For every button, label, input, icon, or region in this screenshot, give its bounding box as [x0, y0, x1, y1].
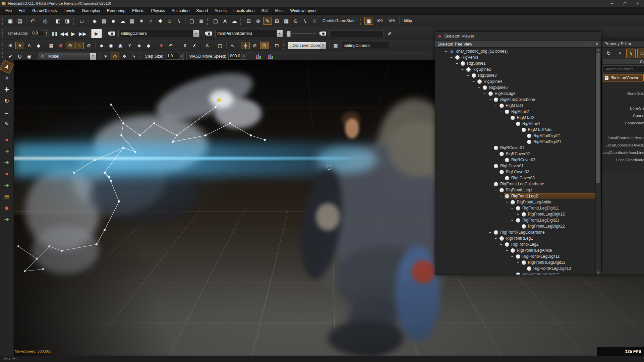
menu-animation[interactable]: Animation [168, 7, 193, 14]
screenshot-export-icon[interactable]: ➔ [1, 145, 12, 156]
bone-row-body[interactable]: RigFrontLLegDigit21 [515, 217, 596, 223]
scroll-down-arrow[interactable]: ▼ [596, 270, 601, 275]
scroll-up-arrow[interactable]: ▲ [596, 48, 601, 52]
tree-toggle-icon[interactable]: − [493, 188, 499, 192]
tree-row[interactable]: −RigMTail4 [435, 121, 596, 127]
collapse-icon[interactable]: − [605, 76, 608, 80]
tree-row[interactable]: −RigFrontLLegAnkle [435, 199, 596, 205]
tree-toggle-icon[interactable]: − [499, 194, 504, 198]
cube-icon[interactable]: ◇ [111, 53, 119, 60]
save-all-icon[interactable]: ▤ [15, 17, 24, 25]
bone-row-body[interactable]: RigMTailCollarbone [493, 97, 596, 103]
screenshot-export-3-icon[interactable]: ➔ [1, 180, 12, 190]
property-row-bonecolo[interactable]: BoneColo [602, 90, 644, 97]
lightning-icon[interactable]: ϟ [129, 53, 138, 60]
graph-icon[interactable]: ∿ [228, 42, 237, 49]
property-row-connection[interactable]: Connection [602, 119, 644, 127]
camera-capture-field[interactable] [330, 30, 384, 37]
bone-row-body[interactable]: RigFrontRLegDigit21 [515, 272, 596, 275]
touch-pen-icon[interactable]: ✐ [386, 29, 394, 38]
undo-icon[interactable]: ↶ [166, 42, 175, 49]
menu-gameplay[interactable]: Gameplay [78, 7, 104, 14]
tree-row[interactable]: −RigMTail2 [435, 109, 596, 115]
bone-row-body[interactable]: RigMTail2 [504, 109, 596, 115]
menu-windowlayout[interactable]: WindowLayout [287, 7, 320, 14]
tree-toggle-icon[interactable]: − [465, 73, 471, 77]
menu-rendering[interactable]: Rendering [104, 7, 129, 14]
tree-toggle-icon[interactable]: − [487, 182, 493, 186]
bone-row-body[interactable]: RigLCover03 [504, 175, 596, 181]
bone-row-body[interactable]: RigLCover01 [493, 163, 596, 169]
menu-physics[interactable]: Physics [148, 7, 168, 14]
scale-tool-icon[interactable]: ↔ [1, 107, 12, 118]
globe-icon[interactable]: ⊕ [66, 42, 74, 49]
tree-toggle-icon[interactable]: − [510, 273, 515, 275]
tree-toggle-icon[interactable]: − [493, 170, 499, 174]
play-button[interactable]: ▶ [69, 29, 78, 38]
tree-toggle-icon[interactable]: − [504, 116, 510, 120]
resolution-1080p-icon[interactable]: 1080p [401, 17, 413, 25]
tree-row[interactable]: −☻char_robotic_dog (62 bones) [435, 48, 596, 54]
skeletonviewer-component-header[interactable]: − SkeletonViewer [603, 74, 644, 81]
minimize-button[interactable]: ─ [606, 0, 619, 7]
tree-toggle-icon[interactable]: − [515, 128, 521, 132]
tree-row[interactable]: −RigFrontLLeg1 [435, 187, 596, 193]
property-row-bonesiz[interactable]: BoneSiz [602, 105, 644, 112]
lightbulb-icon[interactable]: ✶ [101, 53, 110, 60]
lod-override-select[interactable]: LOD Level Override ▼ [288, 42, 326, 49]
magic-wand-icon[interactable]: ✧ [1, 73, 12, 83]
pause-button[interactable]: ❚❚ [50, 29, 59, 38]
rotate-tool-icon[interactable]: ↻ [1, 96, 12, 106]
viewport-frame-icon[interactable]: ▣ [364, 17, 373, 25]
bone-row-body[interactable]: RigLCover02 [499, 169, 596, 175]
light-icon[interactable]: ✶ [137, 17, 146, 25]
tree-toggle-icon[interactable]: − [499, 110, 504, 114]
dialog-icon[interactable]: ⊟ [244, 17, 253, 25]
warning-icon[interactable]: ‼ [310, 17, 319, 25]
camera-blend-slider[interactable] [286, 31, 316, 37]
tree-toggle-icon[interactable]: − [449, 55, 454, 59]
tree-row[interactable]: −RigFrontLLegDigit21 [435, 217, 596, 223]
window-2-icon[interactable]: ▢ [211, 17, 220, 25]
property-row-localcoordinateaxesline[interactable]: LocalCoordinateAxesLine [602, 149, 644, 156]
editing-camera-select[interactable]: editingCamera ▼ [118, 30, 199, 37]
import-layout-icon[interactable]: ◨ [63, 17, 72, 25]
maximize-button[interactable]: ▢ [619, 0, 631, 7]
property-search-input[interactable] [602, 65, 644, 72]
tree-toggle-icon[interactable]: − [487, 146, 493, 150]
tree-toggle-icon[interactable]: − [471, 79, 476, 83]
tree-row[interactable]: −RigFrontRLegDigit21 [435, 272, 596, 275]
tree-toggle-icon[interactable]: + [515, 212, 521, 216]
step-size-input[interactable]: 1.0 ▲▼ [166, 53, 184, 60]
tree-row[interactable]: −RigRibcage [435, 90, 596, 97]
character-icon[interactable]: ☻ [109, 17, 118, 25]
package-icon[interactable]: ◆ [34, 42, 43, 49]
image-icon[interactable]: ▦ [47, 42, 56, 49]
grid-icon[interactable]: ⊞ [273, 17, 281, 25]
tree-toggle-icon[interactable]: − [487, 230, 493, 234]
property-row-localcoordinate[interactable]: LocalCoordinate [602, 156, 644, 164]
play-mode-button[interactable]: ▶ [91, 29, 102, 38]
tree-toggle-icon[interactable]: − [454, 61, 460, 65]
lightning-2-icon[interactable]: ϟ [301, 17, 309, 25]
bone-row-body[interactable]: RigFrontLLegDigit12 [521, 211, 596, 217]
tree-toggle-icon[interactable]: − [493, 152, 499, 156]
menu-gameobjects[interactable]: GameObjects [29, 7, 60, 14]
character-icon[interactable]: ☻ [97, 42, 106, 49]
cloud-icon[interactable]: ☁ [230, 17, 239, 25]
tree-row[interactable]: −RigFrontRLegAnkle [435, 247, 596, 253]
tree-scrollbar[interactable]: ▲ ▼ [595, 48, 601, 275]
bone-row-body[interactable]: RigFrontRLegDigit11 [515, 253, 596, 259]
tree-row[interactable]: −RigFrontRLegCollarbone [435, 229, 596, 235]
package-2-icon[interactable]: ◆ [144, 42, 153, 49]
bone-row-body[interactable]: RigMTail3 [510, 115, 596, 121]
tree-row[interactable]: −RigSpine1 [435, 60, 596, 66]
undo-icon[interactable]: ↶ [28, 17, 37, 25]
tree-toggle-icon[interactable]: − [487, 164, 493, 168]
character-2-icon[interactable]: ☻ [135, 42, 143, 49]
tree-row[interactable]: −RigFrontLLegDigit11 [435, 205, 596, 211]
tree-toggle-icon[interactable]: − [493, 104, 499, 108]
property-row-conne[interactable]: Conne [602, 112, 644, 119]
layers-icon[interactable]: ≣ [197, 17, 206, 25]
menu-levels[interactable]: Levels [60, 7, 78, 14]
